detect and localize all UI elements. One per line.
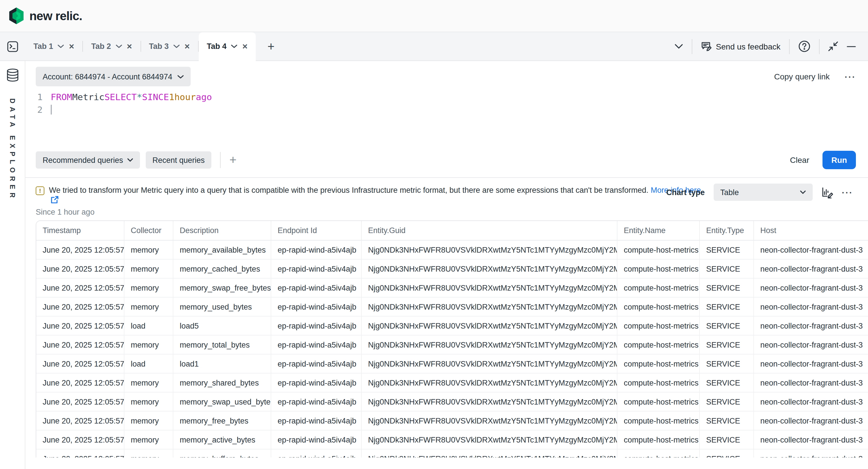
cell-entity-guid: Njg0NDk3NHxFWFR8U0VSVklDRXwtMzY5NTc1MTYy… (362, 373, 617, 393)
divider (819, 39, 819, 54)
tabs-overflow-chevron-icon[interactable] (675, 44, 683, 49)
data-explorer-label: DATA EXPLORER (8, 98, 17, 201)
cell-timestamp: June 20, 2025 12:05:57 (36, 430, 124, 449)
cell-entity-type: SERVICE (700, 373, 754, 393)
code-line: 1FROM Metric SELECT * SINCE 1 hour ago (36, 91, 868, 104)
column-header-timestamp[interactable]: Timestamp (36, 221, 124, 240)
query-token: 1 (169, 91, 175, 104)
divider (692, 39, 692, 54)
send-feedback-button[interactable]: Send us feedback (701, 41, 780, 52)
close-icon[interactable]: ✕ (242, 42, 248, 51)
help-icon[interactable] (798, 40, 810, 53)
chevron-down-icon[interactable] (174, 44, 180, 48)
table-row[interactable]: June 20, 2025 12:05:57memorymemory_avail… (36, 240, 868, 260)
main-panel: Account: 6844974 - Account 6844974 Copy … (25, 61, 868, 469)
recent-queries-button[interactable]: Recent queries (146, 152, 212, 169)
table-row[interactable]: June 20, 2025 12:05:57memorymemory_free_… (36, 411, 868, 430)
minimize-icon[interactable] (847, 45, 856, 47)
results-header: ! We tried to transform your Metric quer… (25, 178, 868, 216)
warning-icon: ! (36, 187, 44, 195)
add-tab-button[interactable]: + (264, 32, 278, 60)
column-header-entity-guid[interactable]: Entity.Guid (362, 221, 617, 240)
table-row[interactable]: June 20, 2025 12:05:57memorymemory_used_… (36, 298, 868, 316)
table-row[interactable]: June 20, 2025 12:05:57memorymemory_share… (36, 373, 868, 393)
cell-entity-guid: Njg0NDk3NHxFWFR8U0VSVklDRXwtMzY5NTc1MTYy… (362, 335, 617, 355)
table-row[interactable]: June 20, 2025 12:05:57loadload1ep-rapid-… (36, 355, 868, 373)
cell-endpoint-id: ep-rapid-wind-a5iv4ajb (271, 278, 362, 298)
cell-entity-type: SERVICE (700, 430, 754, 449)
chevron-down-icon (177, 74, 184, 78)
clear-button[interactable]: Clear (790, 155, 809, 165)
tab-label: Tab 2 (91, 42, 111, 51)
column-header-entity-type[interactable]: Entity.Type (700, 221, 754, 240)
tab-4-active[interactable]: Tab 4 ✕ (199, 32, 256, 61)
database-icon[interactable] (6, 68, 19, 82)
query-editor[interactable]: 1FROM Metric SELECT * SINCE 1 hour ago2 (25, 86, 868, 151)
chevron-down-icon[interactable] (58, 44, 64, 48)
results-table-viewport[interactable]: TimestampCollectorDescriptionEndpoint Id… (36, 221, 868, 458)
table-row[interactable]: June 20, 2025 12:05:57memorymemory_total… (36, 335, 868, 355)
cell-entity-type: SERVICE (700, 298, 754, 316)
cell-collector: memory (124, 335, 174, 355)
cell-entity-guid: Njg0NDk3NHxFWFR8U0VSVklDRXwtMzY5NTc1MTYy… (362, 240, 617, 260)
cell-host: neon-collector-fragrant-dust-3 (754, 393, 868, 411)
close-icon[interactable]: ✕ (126, 42, 132, 51)
cell-endpoint-id: ep-rapid-wind-a5iv4ajb (271, 298, 362, 316)
left-rail: DATA EXPLORER (0, 61, 25, 469)
column-header-entity-name[interactable]: Entity.Name (617, 221, 700, 240)
cell-description: memory_used_bytes (174, 298, 271, 316)
tab-bar-actions: Send us feedback (675, 32, 868, 60)
table-row[interactable]: June 20, 2025 12:05:57memorymemory_buffe… (36, 449, 868, 458)
column-header-endpoint-id[interactable]: Endpoint Id (271, 221, 362, 240)
column-header-host[interactable]: Host (754, 221, 868, 240)
cell-endpoint-id: ep-rapid-wind-a5iv4ajb (271, 260, 362, 278)
tab-label: Tab 1 (33, 42, 53, 51)
external-link-icon[interactable] (51, 196, 59, 204)
close-icon[interactable]: ✕ (69, 42, 74, 51)
tab-label: Tab 4 (207, 42, 227, 51)
add-query-button[interactable]: + (229, 153, 237, 167)
chart-type-select[interactable]: Table (713, 183, 812, 201)
code-content: FROM Metric SELECT * SINCE 1 hour ago (51, 91, 212, 104)
recommended-queries-button[interactable]: Recommended queries (36, 152, 140, 169)
cell-host: neon-collector-fragrant-dust-3 (754, 278, 868, 298)
table-row[interactable]: June 20, 2025 12:05:57memorymemory_swap_… (36, 278, 868, 298)
table-row[interactable]: June 20, 2025 12:05:57memorymemory_activ… (36, 430, 868, 449)
cell-collector: memory (124, 278, 174, 298)
query-overflow-menu[interactable]: ··· (845, 72, 856, 81)
table-row[interactable]: June 20, 2025 12:05:57memorymemory_swap_… (36, 393, 868, 411)
table-row[interactable]: June 20, 2025 12:05:57memorymemory_cache… (36, 260, 868, 278)
cell-host: neon-collector-fragrant-dust-3 (754, 373, 868, 393)
feedback-label: Send us feedback (716, 42, 780, 51)
column-header-description[interactable]: Description (174, 221, 271, 240)
chevron-down-icon[interactable] (116, 44, 122, 48)
cell-collector: memory (124, 411, 174, 430)
edit-chart-icon[interactable] (821, 186, 833, 198)
divider (789, 39, 790, 54)
table-row[interactable]: June 20, 2025 12:05:57loadload5ep-rapid-… (36, 316, 868, 335)
query-console-icon[interactable] (0, 32, 25, 60)
cell-entity-guid: Njg0NDk3NHxFWFR8U0VSVklDRXwtMzY5NTc1MTYy… (362, 278, 617, 298)
tab-3[interactable]: Tab 3 ✕ (141, 32, 198, 60)
column-header-collector[interactable]: Collector (124, 221, 174, 240)
run-button[interactable]: Run (823, 151, 856, 169)
recommended-queries-label: Recommended queries (42, 156, 123, 164)
query-token: * (137, 91, 142, 104)
warning-text: We tried to transform your Metric query … (49, 186, 703, 195)
cell-timestamp: June 20, 2025 12:05:57 (36, 335, 124, 355)
tab-1[interactable]: Tab 1 ✕ (25, 32, 83, 60)
cell-timestamp: June 20, 2025 12:05:57 (36, 355, 124, 373)
cell-timestamp: June 20, 2025 12:05:57 (36, 298, 124, 316)
cell-entity-name: compute-host-metrics (617, 316, 700, 335)
close-icon[interactable]: ✕ (184, 42, 190, 51)
cell-entity-type: SERVICE (700, 393, 754, 411)
cell-entity-guid: Njg0NDk3NHxFWFR8U0VSVklDRXwtMzY5NTc1MTYy… (362, 298, 617, 316)
collapse-icon[interactable] (828, 41, 838, 51)
account-selector[interactable]: Account: 6844974 - Account 6844974 (36, 67, 191, 86)
chevron-down-icon[interactable] (231, 44, 238, 48)
line-number: 2 (36, 104, 42, 116)
copy-query-link-button[interactable]: Copy query link (774, 72, 830, 81)
cell-entity-type: SERVICE (700, 316, 754, 335)
tab-2[interactable]: Tab 2 ✕ (83, 32, 141, 60)
results-overflow-menu[interactable]: ··· (842, 187, 853, 197)
